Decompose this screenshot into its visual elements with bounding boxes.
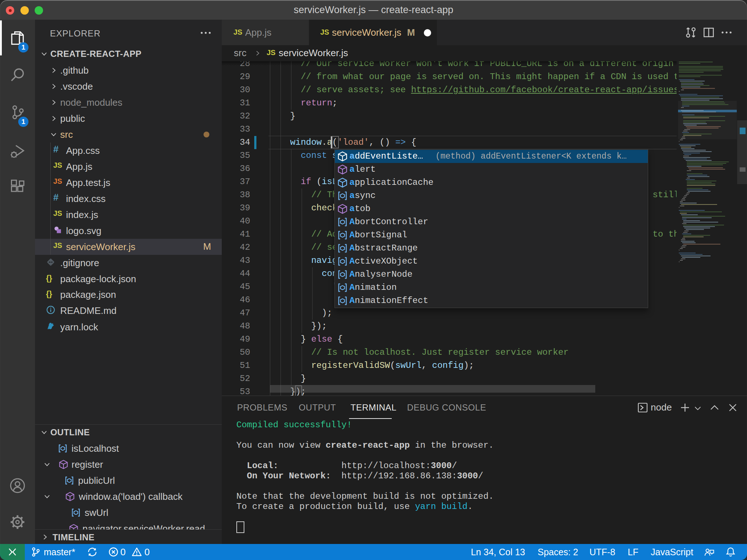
svg-text:0: 0	[120, 547, 125, 557]
svg-text:0: 0	[144, 547, 150, 557]
